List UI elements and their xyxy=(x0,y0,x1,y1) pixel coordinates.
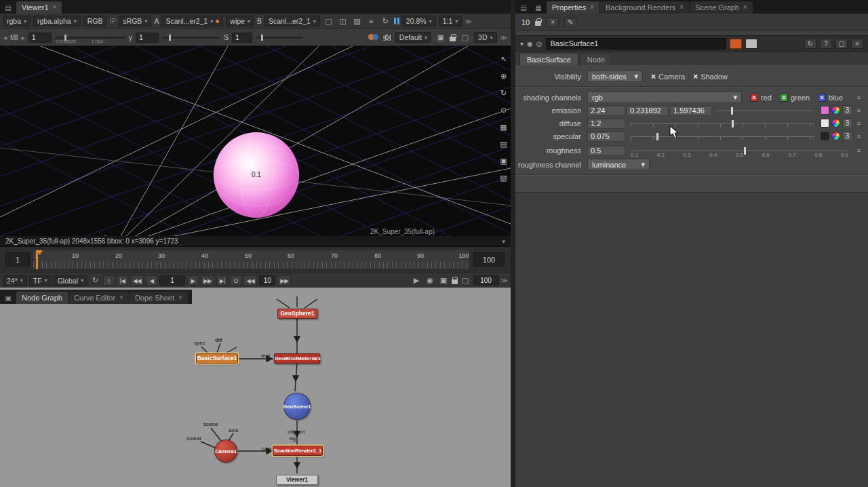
gain-slider[interactable]: 0.018825 1.064 xyxy=(55,37,125,39)
range-start-field[interactable]: 1 xyxy=(5,252,30,267)
shaded-mode-icon[interactable]: ▤ xyxy=(498,139,509,149)
blue-channel-checkbox[interactable]: × xyxy=(818,94,826,102)
node-viewer1[interactable]: Viewer1 xyxy=(276,475,318,485)
flipbook-icon[interactable]: ▣ xyxy=(438,275,450,286)
diffuse-color-swatch[interactable] xyxy=(821,119,829,128)
emission-g-field[interactable]: 0.231892 xyxy=(627,105,669,116)
viewer-process-dropdown[interactable]: Default▾ xyxy=(395,32,431,43)
emission-color-wheel-icon[interactable] xyxy=(831,106,840,115)
input-process-toggle[interactable]: IP xyxy=(109,17,116,25)
node-geobindmaterial1[interactable]: GeoBindMaterial1 xyxy=(274,353,320,364)
specular-slider[interactable] xyxy=(631,132,814,141)
lock-icon[interactable] xyxy=(450,37,456,41)
tab-properties[interactable]: Properties × xyxy=(547,1,599,14)
gain-field[interactable]: 1 xyxy=(28,33,52,43)
jump-back-button[interactable]: ◀◀ xyxy=(243,275,257,286)
goto-start-button[interactable]: |◀ xyxy=(117,275,128,286)
saturation-field[interactable]: 1 xyxy=(232,33,252,43)
gamma-slider[interactable] xyxy=(162,37,220,39)
pane-split-icon[interactable]: ▦ xyxy=(533,2,544,13)
in-marker-button[interactable]: I xyxy=(103,275,115,286)
channel-options-icon[interactable]: ≡ xyxy=(855,92,863,102)
roughness-field[interactable]: 0.5 xyxy=(587,145,625,156)
help-button[interactable]: ? xyxy=(820,39,832,49)
fstop-next-icon[interactable]: ▸ xyxy=(22,34,25,41)
prev-keyframe-button[interactable]: ◀◀ xyxy=(130,275,144,286)
step-back-button[interactable]: ◀ xyxy=(146,275,157,286)
current-frame-field[interactable]: 1 xyxy=(159,275,185,286)
channels-dropdown[interactable]: rgba▾ xyxy=(3,16,31,26)
lighting-mode-icon[interactable]: ▧ xyxy=(498,173,509,183)
pane-menu-icon[interactable]: ▣ xyxy=(3,292,14,303)
select-tool-icon[interactable]: ↖ xyxy=(498,54,509,64)
specular-channel-count-button[interactable]: 3 xyxy=(842,131,852,141)
frame-range-dropdown[interactable]: Global▾ xyxy=(54,275,87,286)
specular-animation-icon[interactable]: ≡ xyxy=(855,131,863,141)
overlay-mask-icon[interactable]: ▨ xyxy=(351,16,363,26)
scanline-mode-icon[interactable]: ≡ xyxy=(366,16,377,26)
input-b-dropdown[interactable]: Scanl...er2_1▾ xyxy=(264,16,320,26)
close-icon[interactable]: × xyxy=(590,4,594,11)
tab-viewer1[interactable]: Viewer1 × xyxy=(16,1,62,14)
shadow-checkbox[interactable]: × xyxy=(693,72,698,81)
close-icon[interactable]: × xyxy=(178,294,182,301)
node-geosphere1[interactable]: GeoSphere1 xyxy=(277,309,317,319)
roughness-animation-icon[interactable]: ≡ xyxy=(855,145,863,155)
float-panel-button[interactable]: ▢ xyxy=(835,39,848,49)
wireframe-mode-icon[interactable]: ▦ xyxy=(498,122,509,132)
fullscreen-icon[interactable]: ▢ xyxy=(460,275,471,286)
emission-color-swatch[interactable] xyxy=(821,106,829,115)
specular-color-swatch[interactable] xyxy=(821,132,829,140)
stereo-anaglyph-icon[interactable] xyxy=(368,33,379,41)
gl-color-button[interactable] xyxy=(745,39,757,49)
close-icon[interactable]: × xyxy=(119,294,123,301)
record-icon[interactable]: ◉ xyxy=(425,275,436,286)
transport-expand-icon[interactable]: ≫ xyxy=(501,277,508,284)
goto-end-button[interactable]: ▶| xyxy=(216,275,228,286)
emission-r-field[interactable]: 2.24 xyxy=(587,105,625,116)
roi-icon[interactable]: ▢ xyxy=(459,32,471,43)
split-compare-icon[interactable]: ◫ xyxy=(337,16,349,26)
revert-button[interactable]: ↻ xyxy=(804,39,816,49)
diffuse-animation-icon[interactable]: ≡ xyxy=(855,118,863,128)
pane-menu-icon[interactable]: ▤ xyxy=(3,2,14,13)
orbit-tool-icon[interactable]: ↻ xyxy=(498,88,509,98)
range-lock-icon[interactable] xyxy=(452,279,458,284)
diffuse-field[interactable]: 1.2 xyxy=(587,118,625,129)
proxy-ratio-dropdown[interactable]: 1:1▾ xyxy=(439,16,462,26)
clear-panels-icon[interactable]: × xyxy=(547,17,559,27)
specular-field[interactable]: 0.075 xyxy=(587,131,625,142)
gamma-field[interactable]: 1 xyxy=(136,33,159,43)
node-color-icon[interactable]: ◉ xyxy=(527,40,533,47)
out-marker-button[interactable]: O xyxy=(230,275,241,286)
emission-slider[interactable] xyxy=(717,106,814,115)
emission-animation-icon[interactable]: ≡ xyxy=(855,105,863,115)
fps-dropdown[interactable]: 24*▾ xyxy=(3,275,27,286)
playhead-handle[interactable] xyxy=(37,250,43,255)
sync-icon[interactable]: ↻ xyxy=(90,275,101,286)
emission-channel-count-button[interactable]: 3 xyxy=(842,105,852,115)
snapshot-icon[interactable]: ▣ xyxy=(435,32,446,43)
emission-b-field[interactable]: 1.597436 xyxy=(670,105,712,116)
zoom-level-dropdown[interactable]: 20.8%▾ xyxy=(402,16,436,26)
play-render-icon[interactable]: ▶ xyxy=(411,275,422,286)
camera-checkbox[interactable]: × xyxy=(651,72,656,81)
zoom-tool-icon[interactable]: ⊙ xyxy=(498,105,509,115)
pause-render-icon[interactable] xyxy=(394,18,399,24)
fstop-prev-icon[interactable]: ◂ xyxy=(3,34,7,41)
node-scanlinerender2-1[interactable]: ScanlineRender2_1 xyxy=(273,446,323,456)
visibility-dropdown[interactable]: both-sides▾ xyxy=(587,71,643,82)
node-geoscene1[interactable]: GeoScene1 xyxy=(283,393,311,420)
pane-divider[interactable] xyxy=(511,0,515,487)
roughness-slider[interactable]: 0.10.2 0.30.4 0.50.6 0.70.8 0.9 xyxy=(631,146,848,155)
textured-mode-icon[interactable]: ▣ xyxy=(498,156,509,166)
toolbar-expand-icon[interactable]: ≫ xyxy=(465,18,471,25)
collapse-panel-icon[interactable]: ▾ xyxy=(520,40,524,47)
node-camera1[interactable]: Camera1 xyxy=(214,440,237,463)
refresh-icon[interactable]: ↻ xyxy=(380,16,391,26)
diffuse-channel-count-button[interactable]: 3 xyxy=(842,118,852,128)
red-channel-checkbox[interactable]: × xyxy=(750,94,758,102)
wipe-dropdown[interactable]: wipe▾ xyxy=(226,16,254,26)
viewer-lut-dropdown[interactable]: sRGB▾ xyxy=(119,16,151,26)
jump-forward-button[interactable]: ▶▶ xyxy=(277,275,291,286)
